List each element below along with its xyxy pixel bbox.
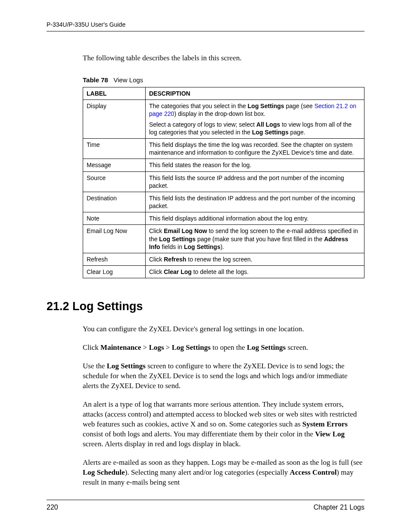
table-caption-title: View Logs <box>113 76 143 84</box>
row-description: This field states the reason for the log… <box>146 159 364 171</box>
section-heading: 21.2 Log Settings <box>47 300 364 313</box>
row-description: Click Email Log Now to send the log scre… <box>146 225 364 253</box>
row-label: Time <box>83 138 146 159</box>
view-logs-table: LABEL DESCRIPTION Display The categories… <box>83 87 364 278</box>
table-row: Message This field states the reason for… <box>83 159 364 171</box>
row-label: Source <box>83 171 146 192</box>
row-label: Display <box>83 100 146 139</box>
row-description: This field lists the source IP address a… <box>146 171 364 192</box>
table-row: Source This field lists the source IP ad… <box>83 171 364 192</box>
page-header: P-334U/P-335U User's Guide <box>47 21 364 31</box>
table-row: Email Log Now Click Email Log Now to sen… <box>83 225 364 253</box>
page-footer: 220 Chapter 21 Logs <box>47 500 364 511</box>
row-label: Message <box>83 159 146 171</box>
table-header-row: LABEL DESCRIPTION <box>83 87 364 100</box>
table-row: Refresh Click Refresh to renew the log s… <box>83 253 364 266</box>
guide-title: P-334U/P-335U User's Guide <box>47 21 125 28</box>
row-label: Clear Log <box>83 266 146 278</box>
row-description: This field displays the time the log was… <box>146 138 364 159</box>
th-label: LABEL <box>83 87 146 100</box>
body-paragraph: Alerts are e-mailed as soon as they happ… <box>83 458 364 488</box>
row-description: This field lists the destination IP addr… <box>146 192 364 212</box>
table-caption-number: Table 78 <box>83 76 108 84</box>
row-description: Click Clear Log to delete all the logs. <box>146 266 364 278</box>
row-description: This field displays additional informati… <box>146 212 364 225</box>
table-row: Destination This field lists the destina… <box>83 192 364 212</box>
row-description: The categories that you select in the Lo… <box>146 100 364 139</box>
page-number: 220 <box>47 504 58 511</box>
table-row: Note This field displays additional info… <box>83 212 364 225</box>
table-caption: Table 78 View Logs <box>83 76 364 84</box>
th-description: DESCRIPTION <box>146 87 364 100</box>
body-paragraph: You can configure the ZyXEL Device's gen… <box>83 324 364 334</box>
body-paragraph: Use the Log Settings screen to configure… <box>83 361 364 391</box>
row-label: Email Log Now <box>83 225 146 253</box>
table-row: Time This field displays the time the lo… <box>83 138 364 159</box>
body-paragraph: Click Maintenance > Logs > Log Settings … <box>83 343 364 353</box>
intro-paragraph: The following table describes the labels… <box>83 54 364 62</box>
row-label: Destination <box>83 192 146 212</box>
table-row: Clear Log Click Clear Log to delete all … <box>83 266 364 278</box>
row-label: Note <box>83 212 146 225</box>
chapter-label: Chapter 21 Logs <box>314 504 364 511</box>
row-description: Click Refresh to renew the log screen. <box>146 253 364 266</box>
row-label: Refresh <box>83 253 146 266</box>
body-paragraph: An alert is a type of log that warrants … <box>83 400 364 449</box>
table-row: Display The categories that you select i… <box>83 100 364 139</box>
